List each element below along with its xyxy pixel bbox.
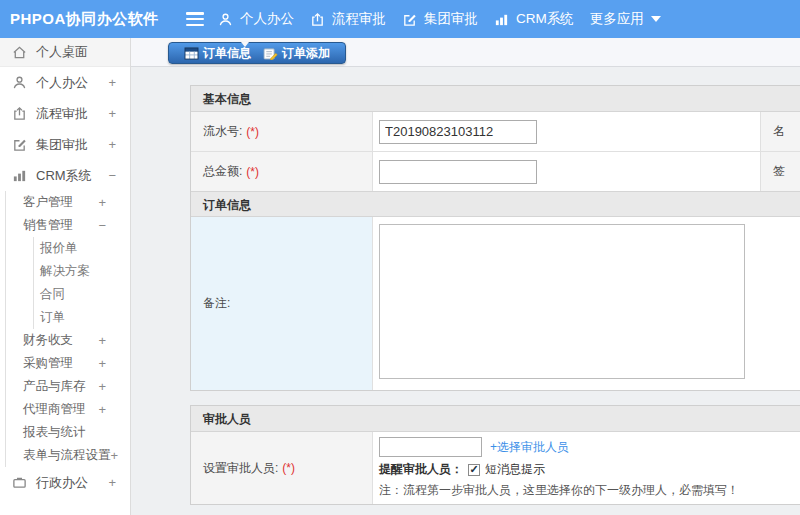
tab-order-add[interactable]: 订单添加: [257, 45, 336, 62]
expand-toggle[interactable]: +: [98, 356, 106, 371]
sidebar: 个人桌面 个人办公 + 流程审批 + 集团审批 + CRM系统 − 客户管理 +: [0, 38, 131, 515]
sidebar-item-personal-desktop[interactable]: 个人桌面: [0, 38, 130, 67]
app-logo[interactable]: PHPOA协同办公软件: [10, 0, 159, 38]
tab-label: 订单信息: [203, 45, 251, 62]
remark-textarea[interactable]: [379, 224, 745, 379]
user-icon: [218, 12, 233, 27]
sidebar-item-finance[interactable]: 财务收支 +: [6, 329, 130, 352]
section-header-order: 订单信息: [191, 191, 800, 217]
serial-number-label: 流水号: (*): [191, 112, 373, 151]
collapse-toggle[interactable]: −: [108, 168, 116, 183]
collapse-toggle[interactable]: −: [98, 218, 106, 233]
sidebar-item-quotation[interactable]: 报价单: [34, 237, 130, 260]
home-icon: [12, 45, 27, 60]
top-navbar: PHPOA协同办公软件 个人办公 流程审批 集团审批 CRM系统 更多应用: [0, 0, 800, 38]
crm-submenu: 客户管理 + 销售管理 − 报价单 解决方案 合同 订单 财务收支 + 采购管理…: [5, 191, 130, 467]
active-tab-notch: [241, 42, 249, 47]
user-icon: [12, 75, 27, 90]
sidebar-item-sales-management[interactable]: 销售管理 −: [6, 214, 130, 237]
order-form: 基本信息 流水号: (*) 名: [190, 85, 800, 505]
remark-cell: [373, 217, 800, 390]
nav-label: 集团审批: [424, 10, 478, 28]
sidebar-item-label: 个人桌面: [36, 43, 88, 61]
chart-icon: [12, 168, 27, 183]
total-amount-cell: [373, 152, 761, 191]
main-content: 订单信息 订单添加 基本信息 流水号: (*): [131, 38, 800, 515]
nav-item-personal-office[interactable]: 个人办公: [218, 10, 294, 28]
approver-input[interactable]: [379, 437, 482, 457]
clipped-label-row2: 签: [761, 152, 800, 191]
expand-toggle[interactable]: +: [111, 448, 119, 463]
nav-label: CRM系统: [516, 10, 574, 28]
expand-toggle[interactable]: +: [98, 333, 106, 348]
edit-icon: [12, 137, 27, 152]
edit-icon: [402, 12, 417, 27]
sidebar-item-personal-office[interactable]: 个人办公 +: [0, 67, 130, 98]
approver-row: 设置审批人员: (*) +选择审批人员 提醒审批人员： 短消息提示: [191, 432, 800, 504]
sidebar-item-customer-management[interactable]: 客户管理 +: [6, 191, 130, 214]
chart-icon: [494, 12, 509, 27]
content-body: 基本信息 流水号: (*) 名: [131, 67, 800, 515]
sidebar-item-products-inventory[interactable]: 产品与库存 +: [6, 375, 130, 398]
sidebar-item-order[interactable]: 订单: [34, 306, 130, 329]
total-amount-label: 总金额: (*): [191, 152, 373, 191]
approver-note: 注：流程第一步审批人员，这里选择你的下一级办理人，必需填写！: [379, 482, 800, 499]
sidebar-item-administration[interactable]: 行政办公 +: [0, 467, 130, 498]
sidebar-item-group-approval[interactable]: 集团审批 +: [0, 129, 130, 160]
caret-down-icon: [651, 16, 661, 22]
top-nav-menu: 个人办公 流程审批 集团审批 CRM系统 更多应用: [218, 0, 661, 38]
tab-bar: 订单信息 订单添加: [168, 42, 346, 64]
expand-toggle[interactable]: +: [108, 137, 116, 152]
serial-number-row: 流水号: (*) 名: [191, 112, 800, 152]
sidebar-item-label: 行政办公: [36, 474, 88, 492]
sidebar-item-reports-statistics[interactable]: 报表与统计: [6, 421, 130, 444]
sidebar-item-solution[interactable]: 解决方案: [34, 260, 130, 283]
sidebar-item-contract[interactable]: 合同: [34, 283, 130, 306]
sidebar-item-agent-management[interactable]: 代理商管理 +: [6, 398, 130, 421]
expand-toggle[interactable]: +: [98, 195, 106, 210]
sidebar-item-form-workflow-settings[interactable]: 表单与流程设置 +: [6, 444, 130, 467]
expand-toggle[interactable]: +: [98, 402, 106, 417]
sidebar-item-workflow-approval[interactable]: 流程审批 +: [0, 98, 130, 129]
hamburger-icon[interactable]: [186, 12, 204, 26]
sms-checkbox[interactable]: [468, 464, 480, 476]
nav-item-workflow-approval[interactable]: 流程审批: [310, 10, 386, 28]
remind-line: 提醒审批人员： 短消息提示: [379, 461, 800, 478]
approval-icon: [310, 12, 325, 27]
tab-strip: 订单信息 订单添加: [131, 38, 800, 67]
sidebar-item-label: CRM系统: [36, 167, 92, 185]
approval-icon: [12, 106, 27, 121]
expand-toggle[interactable]: +: [98, 379, 106, 394]
section-header-basic: 基本信息: [191, 86, 800, 112]
sidebar-item-label: 流程审批: [36, 105, 88, 123]
tab-label: 订单添加: [282, 45, 330, 62]
section-header-approver: 审批人员: [191, 406, 800, 432]
total-amount-row: 总金额: (*) 签: [191, 152, 800, 192]
approver-label: 设置审批人员: (*): [191, 432, 373, 504]
nav-label: 个人办公: [240, 10, 294, 28]
expand-toggle[interactable]: +: [108, 75, 116, 90]
nav-item-more-apps[interactable]: 更多应用: [590, 10, 661, 28]
note-add-icon: [263, 47, 278, 60]
basic-info-panel: 基本信息 流水号: (*) 名: [190, 85, 800, 391]
approver-input-line: +选择审批人员: [379, 437, 800, 457]
briefcase-icon: [12, 475, 27, 490]
total-amount-input[interactable]: [379, 160, 537, 184]
approver-panel: 审批人员 设置审批人员: (*) +选择审批人员 提醒审: [190, 405, 800, 505]
sidebar-item-label: 个人办公: [36, 74, 88, 92]
select-approver-link[interactable]: +选择审批人员: [490, 439, 569, 456]
remark-row: 备注:: [191, 217, 800, 390]
required-marker: (*): [246, 165, 259, 179]
sidebar-item-label: 集团审批: [36, 136, 88, 154]
sidebar-item-crm-system[interactable]: CRM系统 −: [0, 160, 130, 191]
sidebar-item-purchasing[interactable]: 采购管理 +: [6, 352, 130, 375]
nav-item-group-approval[interactable]: 集团审批: [402, 10, 478, 28]
nav-item-crm-system[interactable]: CRM系统: [494, 10, 574, 28]
serial-number-input[interactable]: [379, 120, 537, 144]
expand-toggle[interactable]: +: [108, 106, 116, 121]
tab-order-info[interactable]: 订单信息: [178, 45, 257, 62]
remark-label: 备注:: [191, 217, 373, 390]
expand-toggle[interactable]: +: [108, 475, 116, 490]
required-marker: (*): [282, 461, 295, 475]
table-icon: [184, 47, 199, 60]
